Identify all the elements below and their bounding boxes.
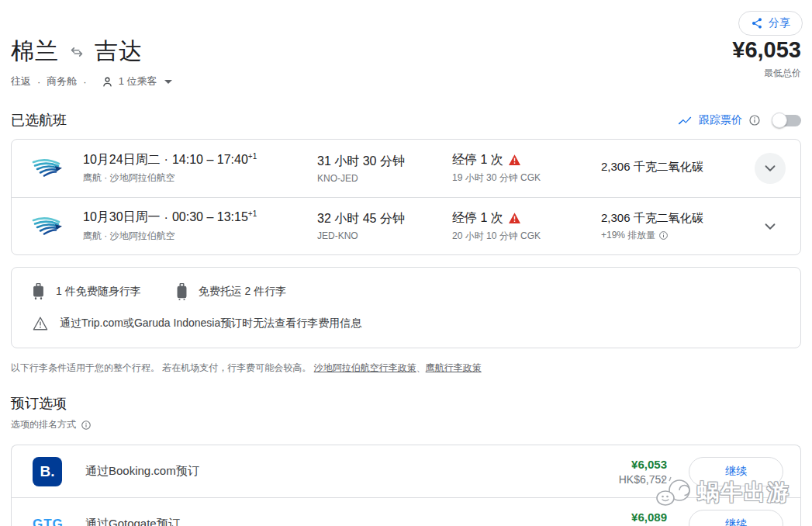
origin-city: 棉兰 — [11, 36, 59, 67]
flight-stops-cell: 经停 1 次 20 小时 10 分钟 CGK — [452, 210, 601, 243]
price-caption: 最低总价 — [732, 67, 801, 80]
day-offset: +1 — [248, 152, 257, 161]
warning-outline-icon — [33, 317, 48, 330]
flight-stops: 经停 1 次 — [452, 211, 503, 224]
option-price-cny: ¥6,053 — [619, 458, 667, 471]
flight-date: 10月30日周一 — [83, 211, 161, 224]
flight-times: 00:30 – 13:15 — [172, 211, 248, 224]
track-prices: 跟踪票价 — [677, 112, 801, 128]
destination-city: 吉达 — [95, 36, 143, 67]
flight-duration-cell: 31 小时 30 分钟 KNO-JED — [317, 154, 452, 184]
total-price-block: ¥6,053 最低总价 — [732, 37, 801, 80]
ranking-info: 选项的排名方式 — [11, 418, 801, 431]
selected-flights-card: 10月24日周二·14:10 – 17:40+1 鹰航 · 沙地阿拉伯航空 31… — [11, 139, 801, 255]
day-offset: +1 — [248, 209, 257, 218]
flight-stops: 经停 1 次 — [452, 153, 503, 166]
flight-co2-cell: 2,306 千克二氧化碳 +19% 排放量 — [601, 211, 746, 242]
flight-route: KNO-JED — [317, 173, 358, 184]
route-title: 棉兰 吉达 — [11, 0, 801, 67]
info-icon[interactable] — [658, 230, 669, 241]
flight-datetime-cell: 10月24日周二·14:10 – 17:40+1 鹰航 · 沙地阿拉伯航空 — [83, 152, 317, 185]
option-price-cny: ¥6,089 — [619, 510, 667, 524]
booking-option-bookingcom: B. 通过Booking.com预订 ¥6,053 HK$6,752 继续 — [12, 445, 800, 498]
cabin-class: 商务舱 — [47, 74, 77, 88]
option-prices: ¥6,089 HK$6,792 — [619, 510, 667, 526]
carry-on-label: 1 件免费随身行李 — [56, 285, 141, 299]
bookingcom-logo: B. — [33, 457, 62, 486]
booking-option-label: 通过Booking.com预订 — [85, 464, 199, 479]
checked-bag-icon — [177, 283, 187, 300]
garuda-baggage-policy-link[interactable]: 鹰航行李政策 — [426, 362, 482, 373]
flight-row-return[interactable]: 10月30日周一·00:30 – 13:15+1 鹰航 · 沙地阿拉伯航空 32… — [12, 197, 800, 254]
ranking-label: 选项的排名方式 — [11, 418, 76, 431]
flight-co2: 2,306 千克二氧化碳 — [601, 211, 746, 226]
baggage-info-card: 1 件免费随身行李 免费托运 2 件行李 通过Trip.com或Garuda I… — [11, 267, 801, 348]
booking-options-card: B. 通过Booking.com预订 ¥6,053 HK$6,752 继续 GT… — [11, 445, 801, 526]
chevron-down-icon[interactable] — [164, 80, 172, 84]
swap-cities-icon[interactable] — [68, 43, 85, 61]
share-icon — [751, 17, 763, 29]
baggage-disclaimer: 以下行李条件适用于您的整个行程。 若在机场支付，行李费可能会较高。 沙地阿拉伯航… — [11, 362, 801, 375]
booking-option-label: 通过Gotogate预订 — [85, 517, 180, 526]
checked-allowance: 免费托运 2 件行李 — [177, 283, 287, 300]
garuda-logo — [12, 215, 83, 238]
saudia-baggage-policy-link[interactable]: 沙地阿拉伯航空行李政策 — [314, 362, 416, 373]
warning-icon — [509, 213, 520, 223]
flight-duration-cell: 32 小时 45 分钟 JED-KNO — [317, 211, 452, 241]
flight-duration: 32 小时 45 分钟 — [317, 211, 452, 227]
flight-duration: 31 小时 30 分钟 — [317, 154, 452, 170]
option-prices: ¥6,053 HK$6,752 — [619, 458, 667, 486]
selected-flights-heading: 已选航班 — [11, 111, 67, 130]
baggage-notice-text: 通过Trip.com或Garuda Indonesia预订时无法查看行李费用信息 — [60, 317, 361, 330]
carry-on-bag-icon — [33, 283, 44, 300]
expand-flight-button[interactable] — [755, 153, 786, 184]
info-icon[interactable] — [81, 420, 92, 431]
warning-icon — [509, 154, 520, 165]
flight-emissions: +19% 排放量 — [601, 229, 655, 242]
passenger-icon — [101, 75, 114, 88]
garuda-logo — [12, 157, 83, 180]
checked-label: 免费托运 2 件行李 — [199, 285, 287, 299]
gotogate-logo: GTG — [33, 517, 64, 526]
trend-icon — [677, 112, 693, 128]
booking-option-gotogate: GTG 通过Gotogate预订 ¥6,089 HK$6,792 继续 — [12, 498, 800, 526]
track-prices-label: 跟踪票价 — [699, 113, 742, 127]
flight-datetime-cell: 10月30日周一·00:30 – 13:15+1 鹰航 · 沙地阿拉伯航空 — [83, 209, 317, 242]
option-price-hkd: HK$6,752 — [619, 473, 667, 486]
share-label: 分享 — [769, 16, 790, 30]
flight-stops-cell: 经停 1 次 19 小时 30 分钟 CGK — [452, 152, 601, 185]
flight-date: 10月24日周二 — [83, 153, 161, 166]
passenger-count[interactable]: 1 位乘客 — [119, 74, 157, 88]
info-icon[interactable] — [748, 114, 761, 126]
expand-flight-button[interactable] — [755, 211, 786, 242]
flight-airlines: 鹰航 · 沙地阿拉伯航空 — [83, 230, 175, 243]
flight-route: JED-KNO — [317, 230, 358, 241]
flight-airlines: 鹰航 · 沙地阿拉伯航空 — [83, 171, 175, 185]
flight-times: 14:10 – 17:40 — [172, 153, 248, 166]
flight-row-outbound[interactable]: 10月24日周二·14:10 – 17:40+1 鹰航 · 沙地阿拉伯航空 31… — [12, 140, 800, 197]
flight-layover: 20 小时 10 分钟 CGK — [452, 230, 541, 243]
flight-co2: 2,306 千克二氧化碳 — [601, 160, 746, 175]
carry-on-allowance: 1 件免费随身行李 — [33, 283, 141, 300]
continue-button[interactable]: 继续 — [689, 457, 783, 486]
continue-button[interactable]: 继续 — [689, 510, 783, 526]
trip-meta: 往返 · 商务舱 · 1 位乘客 — [11, 74, 801, 88]
trip-type: 往返 — [11, 74, 31, 88]
flight-co2-cell: 2,306 千克二氧化碳 — [601, 160, 746, 178]
flight-results-page: 分享 棉兰 吉达 ¥6,053 最低总价 往返 · 商务舱 · — [0, 0, 812, 526]
booking-options-heading: 预订选项 — [11, 394, 801, 413]
track-prices-toggle[interactable] — [773, 115, 801, 126]
share-button[interactable]: 分享 — [738, 11, 803, 36]
total-price: ¥6,053 — [732, 37, 801, 63]
flight-layover: 19 小时 30 分钟 CGK — [452, 171, 541, 185]
baggage-fee-notice: 通过Trip.com或Garuda Indonesia预订时无法查看行李费用信息 — [33, 317, 779, 330]
